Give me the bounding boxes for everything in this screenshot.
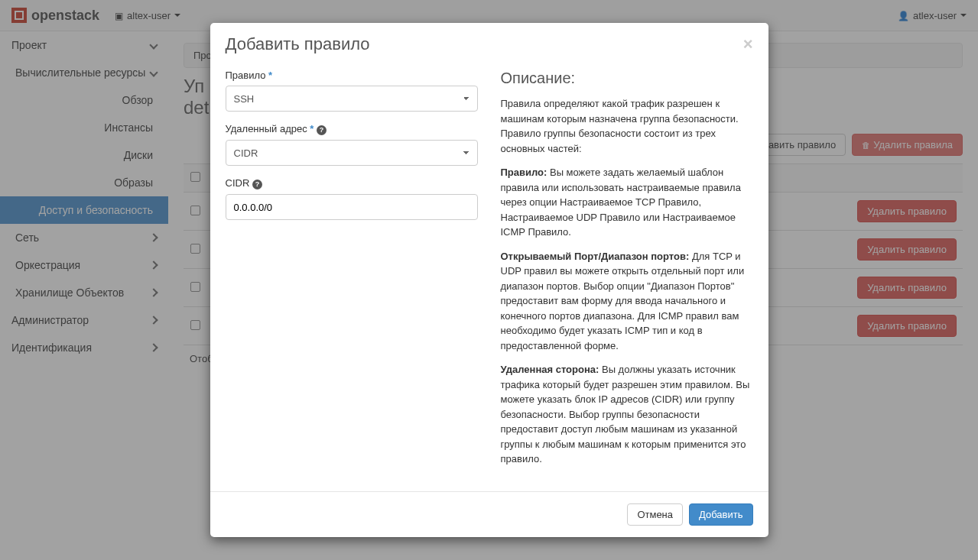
desc-p4: Удаленная сторона: Вы должны указать ист… — [501, 362, 753, 467]
button-label: Отмена — [637, 509, 673, 520]
modal-footer: Отмена Добавить — [210, 491, 768, 537]
field-rule: Правило * SSH — [226, 70, 478, 112]
cancel-button[interactable]: Отмена — [627, 503, 683, 526]
add-button[interactable]: Добавить — [689, 503, 752, 526]
button-label: Добавить — [699, 509, 742, 520]
modal-title: Добавить правило — [226, 34, 370, 54]
close-icon[interactable]: × — [743, 34, 753, 54]
desc-p2: Правило: Вы можете задать желаемый шабло… — [501, 165, 753, 240]
help-icon[interactable]: ? — [252, 180, 262, 189]
desc-p3: Открываемый Порт/Диапазон портов: Для TC… — [501, 249, 753, 354]
desc-p1: Правила определяют какой трафик разрешен… — [501, 96, 753, 156]
modal-body: Правило * SSH Удаленный адрес * ? CIDR C… — [210, 66, 768, 491]
add-rule-modal: Добавить правило × Правило * SSH Удаленн… — [210, 23, 768, 537]
desc-heading: Описание: — [501, 70, 753, 87]
label-remote: Удаленный адрес * ? — [226, 123, 478, 135]
form-column: Правило * SSH Удаленный адрес * ? CIDR C… — [226, 70, 478, 476]
label-rule: Правило * — [226, 70, 478, 81]
rule-select[interactable]: SSH — [226, 86, 478, 112]
cidr-input[interactable] — [226, 194, 478, 220]
description-column: Описание: Правила определяют какой трафи… — [501, 70, 753, 476]
help-icon[interactable]: ? — [317, 125, 327, 135]
label-cidr: CIDR ? — [226, 177, 478, 189]
remote-select[interactable]: CIDR — [226, 140, 478, 166]
field-remote: Удаленный адрес * ? CIDR — [226, 123, 478, 166]
modal-header: Добавить правило × — [210, 23, 768, 66]
field-cidr: CIDR ? — [226, 177, 478, 220]
